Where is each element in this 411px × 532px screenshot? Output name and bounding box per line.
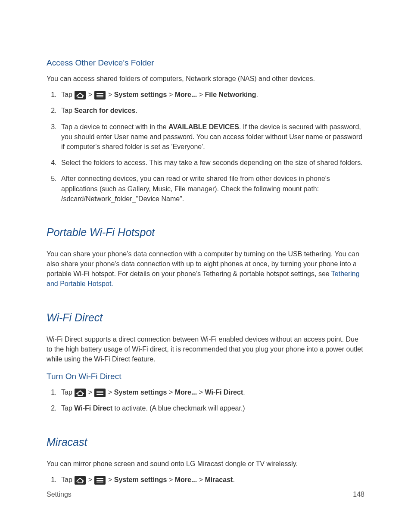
- text: >: [197, 476, 205, 483]
- list-item: Tap > > System settings > More... > Wi-F…: [59, 387, 364, 397]
- bold-text: Wi-Fi Direct: [74, 404, 112, 412]
- text: >: [86, 91, 94, 98]
- text: Tap: [61, 389, 74, 396]
- bold-text: File Networking: [205, 91, 256, 98]
- paragraph: You can share your phone’s data connecti…: [47, 249, 364, 289]
- menu-icon: [94, 91, 106, 100]
- paragraph: Wi-Fi Direct supports a direct connectio…: [47, 334, 364, 364]
- document-page: Access Other Device's Folder You can acc…: [0, 0, 411, 532]
- bold-text: Wi-Fi Direct: [205, 389, 243, 396]
- home-icon: [75, 91, 86, 100]
- paragraph: You can mirror phone screen and sound on…: [47, 459, 364, 469]
- list-item: Tap > > System settings > More... > File…: [59, 90, 364, 100]
- heading-turn-on-wifi-direct: Turn On Wi-Fi Direct: [47, 372, 364, 381]
- text: >: [106, 91, 114, 98]
- footer-section-name: Settings: [47, 491, 72, 498]
- text: .: [233, 476, 234, 483]
- bold-text: System settings: [114, 389, 167, 396]
- paragraph: You can access shared folders of compute…: [47, 74, 364, 84]
- list-item: Tap Search for devices.: [59, 106, 364, 115]
- text: Tap: [61, 404, 74, 412]
- text: .: [136, 107, 137, 114]
- text: You can share your phone’s data connecti…: [47, 250, 359, 277]
- text: .: [256, 91, 258, 98]
- menu-icon: [94, 389, 106, 397]
- text: >: [167, 476, 174, 483]
- ordered-list: Tap > > System settings > More... > Mira…: [47, 475, 364, 485]
- list-item: Tap a device to connect with in the AVAI…: [59, 122, 364, 152]
- list-item: Select the folders to access. This may t…: [59, 158, 364, 168]
- heading-miracast: Miracast: [47, 436, 364, 448]
- bold-text: More...: [175, 476, 197, 483]
- text: Tap: [61, 107, 74, 114]
- heading-access-folder: Access Other Device's Folder: [47, 58, 364, 68]
- text: >: [106, 476, 114, 483]
- text: Tap a device to connect with in the: [61, 123, 168, 131]
- text: >: [106, 389, 114, 396]
- bold-text: AVAILABLE DEVICES: [168, 123, 239, 131]
- list-item: Tap > > System settings > More... > Mira…: [59, 475, 364, 485]
- text: .: [243, 389, 245, 396]
- heading-portable-hotspot: Portable Wi-Fi Hotspot: [47, 226, 364, 239]
- ordered-list: Tap > > System settings > More... > Wi-F…: [47, 387, 364, 413]
- text: >: [86, 476, 94, 483]
- bold-text: System settings: [114, 91, 167, 98]
- text: Tap: [61, 91, 74, 98]
- list-item: Tap Wi-Fi Direct to activate. (A blue ch…: [59, 403, 364, 413]
- text: >: [197, 389, 205, 396]
- menu-icon: [94, 476, 106, 485]
- bold-text: Miracast: [205, 476, 233, 483]
- text: Tap: [61, 476, 74, 483]
- bold-text: More...: [175, 389, 197, 396]
- bold-text: Search for devices: [74, 107, 135, 114]
- footer-page-number: 148: [353, 491, 364, 498]
- text: >: [167, 389, 174, 396]
- text: >: [86, 389, 94, 396]
- list-item: After connecting devices, you can read o…: [59, 174, 364, 204]
- text: >: [197, 91, 205, 98]
- home-icon: [75, 389, 86, 397]
- home-icon: [75, 476, 86, 485]
- text: to activate. (A blue checkmark will appe…: [112, 404, 245, 412]
- ordered-list: Tap > > System settings > More... > File…: [47, 90, 364, 204]
- bold-text: More...: [175, 91, 197, 98]
- bold-text: System settings: [114, 476, 167, 483]
- text: >: [167, 91, 174, 98]
- page-footer: Settings 148: [47, 491, 364, 498]
- heading-wifi-direct: Wi-Fi Direct: [47, 311, 364, 324]
